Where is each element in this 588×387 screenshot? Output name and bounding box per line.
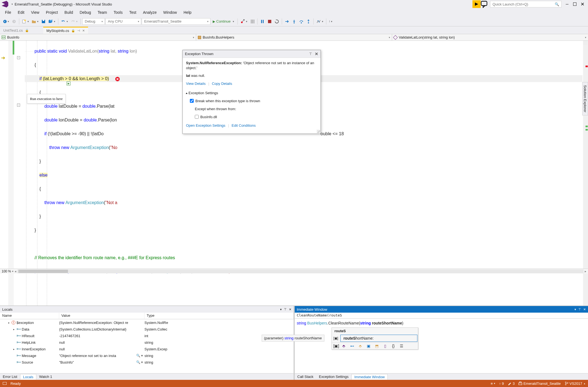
immediate-body[interactable]: string BusHelpers.CleanRouteName(string …	[295, 319, 588, 373]
locals-row[interactable]: 🔧 Source"BusInfo"🔍 ▾string	[0, 359, 294, 366]
close-tab-icon[interactable]: ✕	[82, 29, 85, 33]
except-module-checkbox[interactable]	[195, 115, 199, 119]
menu-project[interactable]: Project	[43, 9, 61, 16]
platform-combo[interactable]: Any CPU	[105, 18, 141, 25]
pause-button[interactable]	[259, 19, 266, 24]
run-to-click-button[interactable]	[67, 82, 70, 85]
menu-debug[interactable]: Debug	[76, 9, 94, 16]
window-position-icon[interactable]: ▾	[280, 308, 282, 311]
resize-grip[interactable]	[317, 130, 320, 133]
vs-menu-drop-icon[interactable]: ▾	[12, 3, 13, 6]
locals-row[interactable]: 🔧 HResult-2147467261int	[0, 332, 294, 339]
filter-namespace-icon[interactable]: {}	[391, 344, 396, 348]
pin-icon[interactable]: ⊤	[284, 308, 287, 311]
tab-locals[interactable]: Locals	[20, 374, 37, 380]
close-icon[interactable]: ✕	[583, 308, 586, 311]
tab-immediate-window[interactable]: Immediate Window	[351, 374, 388, 380]
locals-row[interactable]: ▸! $exception{System.NullReferenceExcept…	[0, 319, 294, 326]
breakpoint-settings-button[interactable]	[239, 19, 248, 24]
menu-help[interactable]: Help	[180, 9, 195, 16]
menu-window[interactable]: Window	[160, 9, 180, 16]
menu-analyze[interactable]: Analyze	[140, 9, 160, 16]
fold-button[interactable]	[17, 56, 20, 59]
locals-row[interactable]: 🔧 Message"Object reference not set to an…	[0, 352, 294, 359]
tab-unittest[interactable]: UnitTest1.cs 🔒	[0, 27, 32, 34]
maximize-button[interactable]	[571, 0, 579, 8]
menu-tools[interactable]: Tools	[110, 9, 126, 16]
filter-local-icon[interactable]: [▣]	[333, 344, 338, 348]
startup-combo[interactable]: EmeraldTransit_Seattle	[142, 18, 210, 25]
stop-button[interactable]	[266, 19, 273, 24]
pin-icon[interactable]: ⊤	[578, 308, 581, 311]
break-when-checkbox[interactable]	[190, 99, 194, 103]
zoom-combo[interactable]: 100 %	[2, 269, 11, 273]
nav-namespace-combo[interactable]: C# BusInfo	[0, 34, 196, 40]
show-threads-button[interactable]	[249, 19, 256, 24]
immediate-input[interactable]: CleanRouteName(routeS	[295, 313, 588, 319]
tab-call-stack[interactable]: Call Stack	[295, 374, 316, 379]
filter-keyword-icon[interactable]: ☰	[400, 344, 404, 348]
new-item-button[interactable]	[21, 19, 30, 24]
nav-fwd-button[interactable]	[11, 19, 17, 24]
menu-build[interactable]: Build	[61, 9, 76, 16]
filter-struct-icon[interactable]: ▣	[367, 344, 371, 348]
filter-method-icon[interactable]: ⬘	[342, 344, 346, 348]
open-file-button[interactable]	[31, 19, 40, 24]
edit-conditions-link[interactable]: Edit Conditions	[232, 123, 256, 128]
intellisense-item[interactable]: routeShortName:	[340, 335, 417, 342]
tab-exception-settings[interactable]: Exception Settings	[316, 374, 351, 379]
quick-launch-input[interactable]: Quick Launch (Ctrl+Q) 🔍	[490, 1, 562, 7]
filter-interface-icon[interactable]: ▯	[383, 344, 387, 348]
view-details-link[interactable]: View Details	[186, 82, 206, 86]
redo-button[interactable]	[70, 19, 79, 24]
fold-button[interactable]	[17, 104, 20, 107]
window-position-icon[interactable]: ▾	[575, 308, 576, 311]
tab-watch1[interactable]: Watch 1	[36, 374, 55, 379]
restart-button[interactable]	[274, 19, 280, 24]
close-button[interactable]: ✕	[579, 0, 586, 8]
menu-test[interactable]: Test	[126, 9, 140, 16]
menu-file[interactable]: File	[2, 9, 15, 16]
pin-icon[interactable]: ⊤	[309, 50, 312, 57]
minimize-button[interactable]	[563, 0, 571, 8]
config-combo[interactable]: Debug	[82, 18, 105, 25]
locals-row[interactable]: 🔧 HelpLinknullstring	[0, 339, 294, 346]
filter-field-icon[interactable]: ⊷	[350, 344, 354, 348]
split-button[interactable]	[583, 41, 587, 45]
save-all-button[interactable]	[47, 19, 56, 24]
locals-row[interactable]: ▸🔧 InnerExceptionnullSystem.Excep	[0, 346, 294, 352]
tab-error-list[interactable]: Error List	[0, 374, 20, 379]
exception-settings-expander[interactable]: Exception Settings	[186, 90, 317, 96]
toolbar-options-button[interactable]: ⁞	[328, 19, 333, 23]
menu-team[interactable]: Team	[94, 9, 110, 16]
locals-body[interactable]: ▸! $exception{System.NullReferenceExcept…	[0, 319, 294, 373]
open-exception-settings-link[interactable]: Open Exception Settings	[186, 123, 225, 128]
undo-button[interactable]	[60, 19, 69, 24]
step-into-button[interactable]	[291, 19, 297, 24]
horizontal-scrollbar[interactable]	[17, 269, 584, 273]
menu-edit[interactable]: Edit	[15, 9, 28, 16]
nav-method-combo[interactable]: ValidateLatLon(string lat, string lon)	[392, 34, 588, 40]
save-button[interactable]	[40, 19, 47, 24]
copy-details-link[interactable]: Copy Details	[212, 82, 232, 86]
step-over-button[interactable]	[298, 19, 305, 24]
solution-explorer-tab[interactable]: Solution Explorer	[582, 82, 588, 115]
text-visualizer-button[interactable]: 🔍 ▾	[136, 360, 143, 364]
filter-class-icon[interactable]: ⬘	[358, 344, 363, 348]
filter-enum-icon[interactable]: ⬒	[375, 344, 379, 348]
nav-class-combo[interactable]: BusInfo.BusHelpers	[196, 34, 392, 40]
menu-view[interactable]: View	[28, 9, 43, 16]
show-next-stmt-button[interactable]	[284, 19, 290, 24]
nav-back-button[interactable]: ▾	[2, 19, 10, 24]
step-out-button[interactable]	[305, 19, 312, 24]
locals-row[interactable]: ▸🔧 Data{System.Collections.ListDictionar…	[0, 326, 294, 332]
tab-mystopinfo[interactable]: MyStopInfo.cs 🔒 ⊣ ✕	[43, 27, 88, 34]
close-icon[interactable]: ✕	[289, 308, 291, 311]
notification-flag-button[interactable]	[472, 0, 481, 8]
continue-button[interactable]: Continue	[211, 19, 236, 24]
text-visualizer-button[interactable]: 🔍 ▾	[136, 354, 143, 358]
intellitrace-button[interactable]	[315, 19, 324, 24]
feedback-button[interactable]	[481, 0, 488, 8]
pin-icon[interactable]: ⊣	[77, 29, 80, 33]
close-icon[interactable]: ✕	[315, 50, 318, 57]
